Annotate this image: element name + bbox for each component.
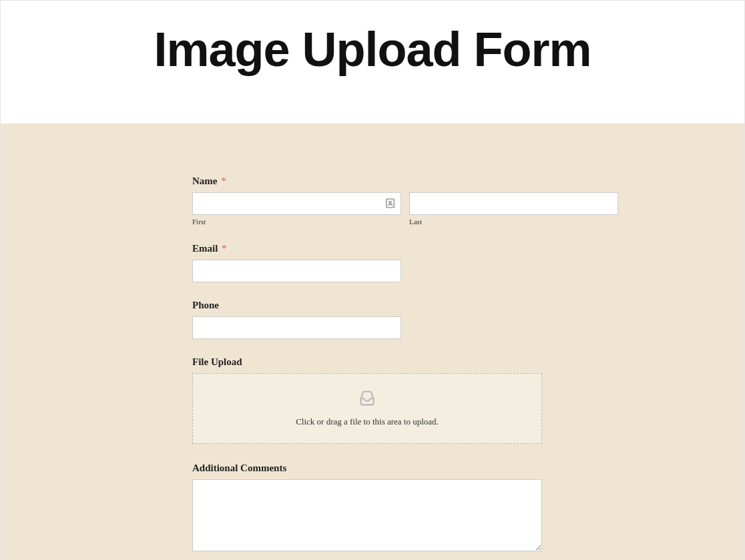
svg-point-1 (389, 202, 391, 204)
phone-input[interactable] (192, 316, 401, 339)
required-marker: * (221, 176, 226, 186)
inbox-icon (193, 388, 541, 410)
email-input[interactable] (192, 260, 401, 282)
phone-field-group: Phone (192, 300, 542, 339)
email-label: Email * (192, 243, 542, 254)
required-marker: * (222, 243, 227, 254)
page-title: Image Upload Form (1, 22, 744, 77)
comments-label: Additional Comments (192, 463, 542, 474)
name-label-text: Name (192, 176, 218, 186)
comments-field-group: Additional Comments (192, 463, 542, 554)
comments-textarea[interactable] (192, 479, 542, 551)
file-dropzone[interactable]: Click or drag a file to this area to upl… (192, 373, 542, 444)
file-upload-field-group: File Upload Click or drag a file to this… (192, 356, 542, 444)
last-name-sublabel: Last (409, 218, 618, 226)
phone-label: Phone (192, 300, 542, 311)
form-section: Name * First Las (1, 123, 744, 560)
email-field-group: Email * (192, 243, 542, 282)
first-name-input[interactable] (192, 192, 401, 215)
last-name-input[interactable] (409, 192, 618, 215)
dropzone-instruction: Click or drag a file to this area to upl… (193, 416, 541, 427)
email-label-text: Email (192, 243, 218, 254)
file-upload-label: File Upload (192, 356, 542, 368)
page-header: Image Upload Form (1, 1, 744, 123)
name-label: Name * (192, 176, 542, 187)
first-name-sublabel: First (192, 218, 401, 226)
contact-card-icon (385, 198, 396, 212)
name-field-group: Name * First Las (192, 176, 542, 226)
